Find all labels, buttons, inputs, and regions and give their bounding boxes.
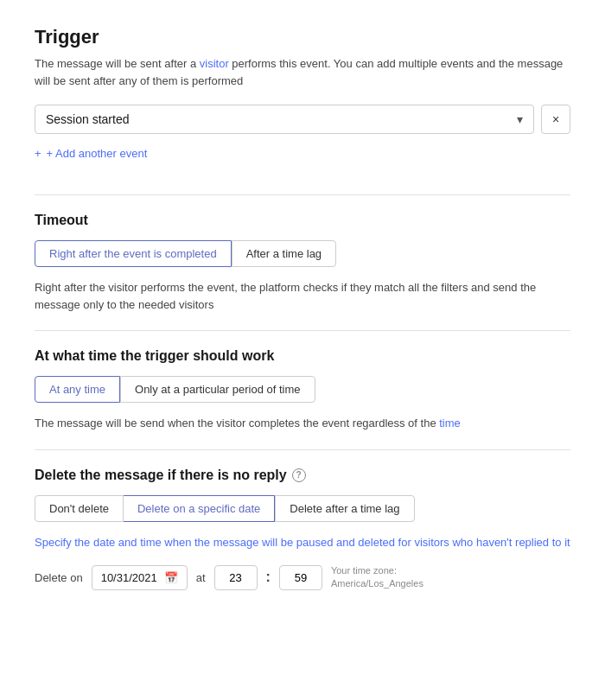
timeout-title: Timeout: [35, 213, 570, 228]
delete-section-title: Delete the message if there is no reply …: [35, 468, 570, 483]
time-tab-group: At any time Only at a particular period …: [35, 376, 570, 403]
trigger-section: Trigger The message will be sent after a…: [35, 26, 570, 177]
trigger-description: The message will be sent after a visitor…: [35, 55, 570, 89]
divider-1: [35, 194, 570, 195]
calendar-icon: 📅: [164, 571, 178, 584]
time-section-title: At what time the trigger should work: [35, 348, 570, 364]
plus-icon: +: [35, 147, 41, 160]
time-section: At what time the trigger should work At …: [35, 348, 570, 432]
delete-section: Delete the message if there is no reply …: [35, 468, 570, 591]
divider-3: [35, 449, 570, 450]
time-desc-part1: The message will be send when the visito…: [35, 417, 439, 430]
close-icon: ×: [552, 112, 559, 126]
timeout-tab-right-after-label: Right after the event is completed: [49, 247, 217, 260]
timeout-tab-time-lag[interactable]: After a time lag: [232, 240, 336, 267]
divider-2: [35, 330, 570, 331]
timeout-description: Right after the visitor performs the eve…: [35, 279, 570, 313]
time-tab-particular[interactable]: Only at a particular period of time: [120, 376, 315, 403]
timezone-label: Your time zone:: [331, 564, 424, 577]
time-tab-any-time-label: At any time: [49, 383, 105, 396]
timeout-section: Timeout Right after the event is complet…: [35, 213, 570, 313]
timezone-info: Your time zone: America/Los_Angeles: [331, 564, 424, 591]
delete-tab-time-lag-label: Delete after a time lag: [290, 502, 399, 515]
page-title: Trigger: [35, 26, 570, 48]
trigger-desc-part1: The message will be sent after a: [35, 57, 200, 70]
time-tab-particular-label: Only at a particular period of time: [135, 383, 300, 396]
delete-section-title-text: Delete the message if there is no reply: [35, 468, 287, 483]
time-description: The message will be send when the visito…: [35, 415, 570, 432]
help-icon[interactable]: ?: [292, 468, 306, 482]
event-dropdown[interactable]: Session started ▾: [35, 105, 534, 134]
event-dropdown-value: Session started: [46, 112, 130, 126]
timeout-tab-time-lag-label: After a time lag: [246, 247, 322, 260]
delete-desc-part1: Specify the date and time when the messa…: [35, 536, 414, 549]
event-dropdown-row: Session started ▾ ×: [35, 105, 570, 134]
timeout-tab-group: Right after the event is completed After…: [35, 240, 570, 267]
clear-event-button[interactable]: ×: [541, 105, 570, 134]
delete-tab-time-lag[interactable]: Delete after a time lag: [275, 495, 414, 522]
time-link: time: [439, 417, 461, 430]
delete-on-label: Delete on: [35, 571, 83, 584]
minute-input[interactable]: [279, 565, 322, 590]
at-label: at: [196, 571, 206, 584]
delete-description: Specify the date and time when the messa…: [35, 534, 570, 551]
time-tab-any-time[interactable]: At any time: [35, 376, 120, 403]
add-event-link[interactable]: + + Add another event: [35, 147, 147, 160]
trigger-visitor-link: visitor: [200, 57, 229, 70]
timezone-value: America/Los_Angeles: [331, 577, 424, 590]
delete-tab-dont-delete[interactable]: Don't delete: [35, 495, 124, 522]
delete-tab-dont-delete-label: Don't delete: [49, 502, 109, 515]
delete-on-row: Delete on 10/31/2021 📅 at : Your time zo…: [35, 564, 570, 591]
timeout-tab-right-after[interactable]: Right after the event is completed: [35, 240, 232, 267]
chevron-down-icon: ▾: [517, 112, 523, 126]
add-event-label: + Add another event: [47, 147, 148, 160]
delete-desc-part2: visitors who haven't replied to it: [414, 536, 570, 549]
hour-input[interactable]: [214, 565, 258, 590]
colon-separator: :: [266, 570, 271, 585]
delete-tab-group: Don't delete Delete on a specific date D…: [35, 495, 570, 522]
delete-tab-specific-date[interactable]: Delete on a specific date: [124, 495, 275, 522]
date-picker[interactable]: 10/31/2021 📅: [92, 565, 188, 590]
delete-tab-specific-date-label: Delete on a specific date: [137, 502, 260, 515]
date-value: 10/31/2021: [101, 571, 157, 584]
